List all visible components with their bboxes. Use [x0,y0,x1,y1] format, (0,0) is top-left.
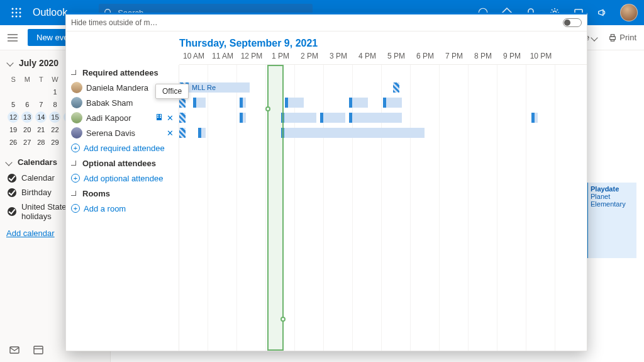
app-launcher-button[interactable] [6,3,26,23]
remove-attendee-button[interactable]: ✕ [167,128,174,138]
nav-toggle-button[interactable] [8,34,20,42]
tentative-block [179,98,186,108]
print-icon [608,33,617,42]
busy-block [349,113,402,123]
attendee-list: Required attendees Daniela ManderaBabak … [66,65,179,351]
busy-block [281,113,316,123]
svg-rect-21 [34,346,43,354]
attendee-location-tooltip: Office [155,84,189,99]
chevron-down-icon [71,70,76,75]
tentative-block [179,128,186,138]
busy-block [383,98,402,108]
time-header-cell: 6 PM [411,52,440,60]
attendee-name: Aadi Kapoor [86,113,131,123]
plus-icon: + [71,204,80,213]
event-title: Playdate [591,185,634,193]
schedule-date: Thursday, September 9, 2021 [179,38,318,48]
svg-point-0 [12,8,14,10]
add-required-label: Add required attendee [84,144,165,153]
busy-block [320,113,345,123]
availability-row: MLL Re [179,80,587,95]
account-avatar[interactable] [620,4,638,21]
attendee-avatar [71,127,82,139]
availability-row [179,95,587,110]
time-header-cell: 7 PM [440,52,469,60]
rooms-header[interactable]: Rooms [66,186,179,201]
busy-block [240,98,246,108]
svg-rect-17 [610,37,616,39]
availability-row [179,125,587,140]
section-label: Rooms [82,189,110,198]
tentative-block [393,82,399,93]
time-header-cell: 11 AM [208,52,237,60]
chevron-down-icon [71,161,76,166]
time-header-cell: 5 PM [382,52,411,60]
svg-point-6 [12,16,14,18]
required-attendees-header[interactable]: Required attendees [66,65,179,80]
calendar-name: Birthday [21,188,52,197]
availability-grid[interactable]: MLL Re Office [179,65,587,351]
time-header-cell: 3 PM [324,52,353,60]
chevron-down-icon [5,159,12,166]
svg-point-2 [19,8,21,10]
add-optional-attendee[interactable]: + Add optional attendee [66,171,179,186]
add-required-attendee[interactable]: + Add required attendee [66,140,179,156]
attendee-row[interactable]: Serena Davis✕ [66,125,179,140]
scheduling-assistant-dialog: Hide times outside of m… Thursday, Septe… [65,13,587,351]
time-header-cell: 12 PM [237,52,266,60]
optional-attendees-header[interactable]: Optional attendees [66,156,179,171]
svg-rect-19 [611,39,614,41]
calendar-check-icon [8,207,16,216]
svg-point-1 [16,8,18,10]
plus-icon: + [71,144,80,152]
waffle-icon [11,8,21,18]
time-header-cell: 10 PM [526,52,555,60]
svg-point-4 [16,12,18,14]
svg-rect-20 [10,347,19,353]
attendee-avatar [71,97,82,108]
selection-handle-top[interactable] [265,106,270,111]
mail-rail-button[interactable] [9,344,20,356]
add-room[interactable]: + Add a room [66,201,179,216]
busy-block [193,98,206,108]
print-label: Print [619,33,636,42]
hide-times-label: Hide times outside of m… [71,18,157,27]
chevron-down-icon [6,59,13,66]
megaphone-icon[interactable] [596,6,609,19]
busy-block-label: MLL Re [189,82,250,93]
svg-point-3 [12,12,14,14]
busy-block [240,113,246,123]
attendee-name: Babak Sham [86,98,133,108]
selection-handle-bottom[interactable] [280,317,286,322]
svg-rect-26 [157,116,158,118]
attendee-row[interactable]: Aadi Kapoor✕ [66,110,179,125]
add-room-label: Add a room [84,204,126,213]
section-label: Required attendees [82,68,158,77]
busy-block [531,113,538,123]
calendar-rail-button[interactable] [33,344,44,356]
calendars-label: Calendars [18,157,57,167]
time-header-cell: 10 AM [179,52,208,60]
busy-block [281,128,425,138]
svg-point-7 [16,16,18,18]
busy-block [198,128,206,138]
svg-rect-25 [160,115,161,116]
app-title: Outlook [33,7,67,18]
remove-attendee-button[interactable]: ✕ [167,113,174,123]
attendee-avatar [71,82,82,93]
add-optional-label: Add optional attendee [84,174,164,183]
event-subtitle: Planet Elementary [591,193,634,208]
availability-row [179,110,587,125]
svg-rect-27 [160,116,161,118]
busy-block [285,98,304,108]
busy-block [349,98,368,108]
hide-times-toggle[interactable] [563,18,582,27]
attendee-name: Daniela Mandera [86,83,148,93]
time-header-cell: 9 PM [497,52,526,60]
time-selection-window[interactable] [267,65,284,351]
attendee-avatar [71,112,82,123]
print-button[interactable]: Print [608,33,636,42]
calendar-check-icon [8,188,16,197]
time-scale-header: 10 AM11 AM12 PM1 PM2 PM3 PM4 PM5 PM6 PM7… [179,52,587,65]
background-event-card[interactable]: Playdate Planet Elementary [586,183,636,258]
